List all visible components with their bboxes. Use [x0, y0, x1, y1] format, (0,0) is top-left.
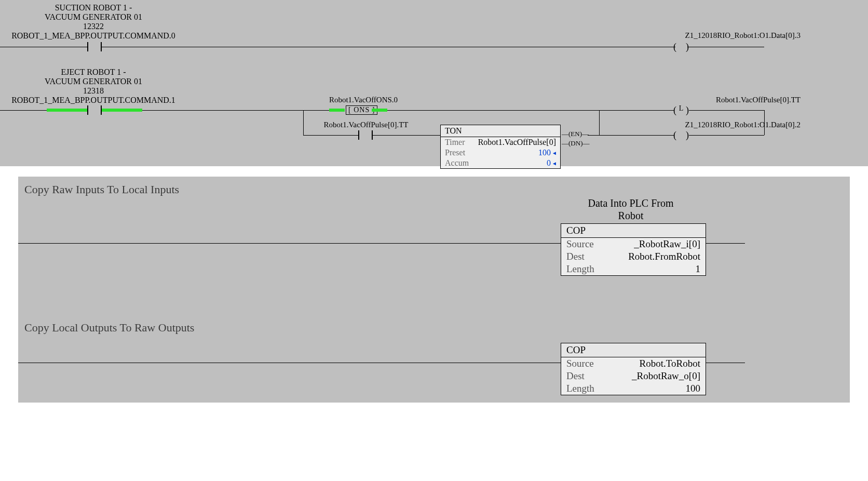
rung2-green-1: [47, 109, 87, 112]
rung2-wire-c1: [303, 110, 329, 111]
rungB-title: Copy Local Outputs To Raw Outputs: [24, 321, 194, 335]
copB-title: COP: [561, 343, 706, 357]
rung2-green-2: [102, 109, 142, 112]
ton-en-pin: —(EN)—: [562, 130, 589, 138]
ton-timer-v: Robot1.VacOffPulse[0]: [478, 138, 556, 147]
ton-dn-pin: —(DN)—: [562, 139, 589, 148]
rung2-branch-xic[interactable]: [358, 130, 373, 140]
rung1-wire-right: [696, 47, 764, 47]
rung2-otl-coil[interactable]: ( L ): [673, 106, 689, 114]
rung2-xic-tag: ROBOT_1_MEA_BPP.OUTPUT.COMMAND.1: [0, 96, 187, 105]
copB-length-k: Length: [566, 383, 594, 394]
ton-preset-v: 100: [538, 148, 556, 157]
rung2-bwire-e: [689, 135, 764, 136]
rung1-ote-tag: Z1_12018RIO_Robot1:O1.Data[0].3: [685, 31, 801, 40]
rung2-bwire-a: [303, 135, 358, 136]
rungA-comment-1: Data Into PLC From: [553, 197, 709, 209]
ton-title: TON: [441, 125, 560, 137]
rung2-bwire-c: [588, 135, 599, 136]
rungB-cop-block[interactable]: COP SourceRobot.ToRobot Dest_RobotRaw_o[…: [561, 343, 706, 395]
rung2-branch-xic-tag: Robot1.VacOffPulse[0].TT: [311, 121, 421, 129]
rung1-desc-2: VACUUM GENERATOR 01: [42, 12, 145, 22]
ton-timer-k: Timer: [445, 138, 465, 147]
rung2-green-4: [372, 109, 387, 112]
rung1-ote-coil[interactable]: (): [673, 43, 689, 51]
rung2-desc-1: EJECT ROBOT 1 -: [42, 68, 145, 77]
rung2-desc-2: VACUUM GENERATOR 01: [42, 77, 145, 86]
copA-dest-k: Dest: [566, 251, 585, 262]
rung2-wire-d: [599, 110, 674, 111]
copB-dest-k: Dest: [566, 370, 585, 382]
rung2-xic-contact[interactable]: [87, 105, 102, 115]
otl-letter: L: [679, 104, 684, 113]
copA-title: COP: [561, 224, 706, 238]
rung2-branch-v3: [599, 110, 600, 135]
ton-accum-k: Accum: [445, 158, 469, 168]
ladder-bottom-section: Copy Raw Inputs To Local Inputs Data Int…: [18, 177, 850, 403]
rung1-desc-1: SUCTION ROBOT 1 -: [42, 3, 145, 12]
copA-dest-v: Robot.FromRobot: [628, 251, 700, 262]
ton-accum-v: 0: [547, 158, 556, 168]
rungB-wire-left: [18, 363, 561, 363]
rung2-ons-tag: Robot1.VacOffONS.0: [311, 96, 415, 104]
rung2-wire-c2: [387, 110, 599, 111]
rung2-bwire-b: [373, 135, 440, 136]
copA-source-v: _RobotRaw_i[0]: [634, 238, 700, 250]
rung2-wire-b: [142, 110, 303, 111]
copA-length-v: 1: [696, 263, 701, 275]
rungA-comment-2: Robot: [553, 210, 709, 222]
ton-preset-k: Preset: [445, 148, 465, 157]
copB-length-v: 100: [686, 383, 701, 394]
rung1-xic-tag: ROBOT_1_MEA_BPP.OUTPUT.COMMAND.0: [0, 31, 187, 41]
rung2-ton-block[interactable]: TON TimerRobot1.VacOffPulse[0] Preset100…: [440, 125, 561, 169]
rung2-branch-v1: [303, 110, 304, 135]
ons-label: ONS: [354, 106, 370, 114]
rung1-desc-3: 12322: [42, 22, 145, 31]
rungA-cop-block[interactable]: COP Source_RobotRaw_i[0] DestRobot.FromR…: [561, 223, 706, 276]
ladder-top-section: SUCTION ROBOT 1 - VACUUM GENERATOR 01 12…: [0, 0, 868, 166]
rung2-otl-tag: Robot1.VacOffPulse[0].TT: [716, 96, 801, 104]
rung2-bwire-d: [599, 135, 674, 136]
rung1-xic-contact[interactable]: [87, 42, 102, 51]
copB-dest-v: _RobotRaw_o[0]: [632, 370, 700, 382]
rungA-wire-right: [706, 243, 745, 244]
rung2-branch-ote-tag: Z1_12018RIO_Robot1:O1.Data[0].2: [685, 121, 801, 129]
rungA-title: Copy Raw Inputs To Local Inputs: [24, 183, 179, 196]
rungB-wire-right: [706, 363, 745, 363]
rung1-coil-lwire: [672, 47, 675, 47]
copA-length-k: Length: [566, 263, 594, 275]
rung2-desc-3: 12318: [42, 86, 145, 96]
copB-source-v: Robot.ToRobot: [640, 358, 700, 369]
rung2-wire-a: [0, 110, 47, 111]
rung1-coil-rwire: [687, 47, 696, 47]
rung2-green-3: [329, 109, 345, 112]
rung1-wire-left: [0, 47, 88, 47]
rung2-branch-ote-coil[interactable]: (): [673, 131, 689, 139]
copA-source-k: Source: [566, 238, 594, 250]
copB-source-k: Source: [566, 358, 594, 369]
rungA-wire-left: [18, 243, 561, 244]
rung2-wire-e: [689, 110, 764, 111]
rung1-wire-mid: [101, 47, 672, 47]
